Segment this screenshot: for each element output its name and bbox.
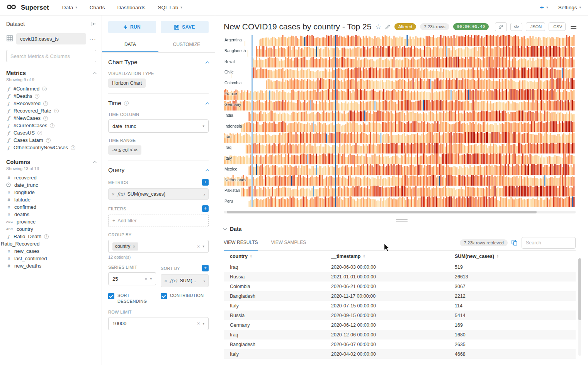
metric-item[interactable]: ƒ#Deaths? [6,92,96,100]
embed-code-button[interactable]: </> [510,23,522,31]
series-limit-select[interactable]: 25 × ▾ [108,272,156,285]
horizon-row-label: Colombia [224,80,241,85]
results-search-input[interactable] [522,237,576,249]
group-by-chip[interactable]: country × [112,242,138,251]
table-cell: 2020-06-21 00:00:00 [325,284,449,289]
export-csv-button[interactable]: .CSV [549,22,566,31]
sort-descending-checkbox[interactable]: SORT DESCENDING [108,293,156,304]
metric-item[interactable]: ƒ#Confirmed? [6,85,96,92]
time-range-chip[interactable]: -∞ ≤ col < ∞ [108,145,141,155]
copy-link-button[interactable] [495,22,507,31]
checkbox-checked-icon [108,293,114,299]
chart-menu-icon[interactable] [571,25,576,29]
tab-customize[interactable]: CUSTOMIZE [158,38,215,52]
tab-view-samples[interactable]: VIEW SAMPLES [271,235,306,251]
column-item[interactable]: #last_confirmed [6,255,96,262]
collapse-columns-icon[interactable] [93,161,97,165]
clear-select-icon[interactable]: × [144,276,148,282]
add-filter-button[interactable]: + [202,205,209,212]
column-header-country[interactable]: country▲▼ [224,254,325,259]
table-cell: Bangladesh [224,342,325,347]
sort-icon[interactable]: ▲▼ [363,254,365,258]
clear-select-icon[interactable]: × [197,244,200,249]
results-vertical-scrollbar[interactable] [578,258,581,356]
clear-select-icon[interactable]: × [197,321,200,326]
function-icon: ƒ(x) [170,278,177,283]
add-filter-dropzone[interactable]: + Add filter [108,215,209,227]
copy-data-icon[interactable] [512,240,518,246]
metrics-columns-search-input[interactable] [6,50,96,62]
row-limit-select[interactable]: 10000 × ▾ [108,317,209,330]
numeric-column-icon: # [6,205,12,210]
new-item-menu[interactable]: +▾ [540,4,548,11]
column-item[interactable]: ƒRatio_Death? [6,233,96,240]
sort-icon[interactable]: ▲▼ [496,254,499,258]
metric-item[interactable]: ƒ#Recovered? [6,100,96,107]
sort-icon[interactable]: ▲▼ [250,254,252,258]
column-item[interactable]: ABCprovince [6,218,96,225]
column-item[interactable]: #recovered [6,174,96,181]
chart-type-section-header[interactable]: Chart Type [108,59,209,66]
table-cell: 2020-06-03 00:00:00 [325,264,449,270]
column-item[interactable]: #new_cases [6,247,96,255]
contribution-checkbox[interactable]: CONTRIBUTION [161,293,209,304]
export-json-button[interactable]: .JSON [526,22,545,31]
scrollbar-thumb[interactable] [227,211,537,213]
column-item[interactable]: #deaths [6,211,96,218]
metric-item[interactable]: ƒOtherCountryNewCases? [6,144,96,151]
metric-item[interactable]: ƒCasesUS? [6,129,96,136]
favorite-star-icon[interactable]: ☆ [375,24,381,30]
column-item[interactable]: ABCcountry [6,225,96,233]
metric-chip[interactable]: × ƒ(x) SUM(new_cases) › [108,188,209,200]
column-item[interactable]: #new_deaths [6,262,96,269]
nav-item-data[interactable]: Data▾ [62,5,77,10]
tab-data[interactable]: DATA [102,38,158,52]
table-cell: Italy [224,303,325,309]
remove-chip-icon[interactable]: × [133,244,136,249]
sort-by-chip[interactable]: × ƒ(x) SUM(... › [161,274,209,287]
group-by-select[interactable]: country × × ▾ [108,240,209,253]
column-item[interactable]: #confirmed [6,203,96,211]
save-button[interactable]: SAVE [161,21,209,33]
metric-item[interactable]: ƒCases Latam? [6,136,96,144]
time-section-header[interactable]: Time i [108,100,209,107]
viz-type-chip[interactable]: Horizon Chart [108,78,146,88]
dataset-name[interactable]: covid19.cases_ts [16,33,86,44]
chevron-right-icon[interactable]: › [204,278,205,284]
query-section-header[interactable]: Query [108,167,209,174]
edit-title-icon[interactable] [385,24,391,29]
scrollbar-thumb[interactable] [578,258,581,320]
metric-item[interactable]: ƒRecovered_Rate? [6,107,96,114]
collapse-panel-icon[interactable] [91,21,96,27]
superset-logo[interactable]: Superset [7,4,49,12]
dataset-options-icon[interactable]: ··· [89,36,96,42]
column-item[interactable]: #longitude [6,189,96,196]
column-header-timestamp[interactable]: __timestamp▲▼ [325,254,449,259]
time-column-select[interactable]: date_trunc ▾ [108,119,209,133]
column-item[interactable]: date_trunc [6,181,96,189]
run-button[interactable]: RUN [108,21,156,33]
chart-horizontal-scrollbar[interactable] [224,211,576,213]
remove-metric-icon[interactable]: × [164,278,167,284]
tab-view-results[interactable]: VIEW RESULTS [224,235,258,251]
nav-item-dashboards[interactable]: Dashboards [117,5,146,10]
nav-item-sql-lab[interactable]: SQL Lab▾ [158,5,182,10]
column-item[interactable]: Ratio_Recovered [1,240,96,247]
collapse-metrics-icon[interactable] [93,72,97,76]
column-item[interactable]: #latitude [6,196,96,203]
add-metric-button[interactable]: + [202,179,209,186]
altered-badge[interactable]: Altered [394,23,416,30]
nav-item-charts[interactable]: Charts [90,5,105,10]
settings-menu[interactable]: Settings▾ [558,5,581,10]
remove-metric-icon[interactable]: × [112,191,115,197]
chevron-right-icon[interactable]: › [204,191,205,197]
time-column-label: TIME COLUMN [108,112,139,117]
metric-item[interactable]: ƒ#CurrentCases? [6,122,96,129]
chevron-up-icon [206,61,209,65]
panel-resize-handle[interactable] [396,218,408,223]
results-panel-header[interactable]: Data [224,224,576,235]
metric-item[interactable]: ƒ#NewCases? [6,114,96,122]
column-header-sum-new-cases[interactable]: SUM(new_cases)▲▼ [449,254,576,259]
add-sort-by-button[interactable]: + [202,265,209,271]
horizon-chart[interactable]: ArgentinaBangladeshBrazilChileColombiaFr… [224,35,576,207]
